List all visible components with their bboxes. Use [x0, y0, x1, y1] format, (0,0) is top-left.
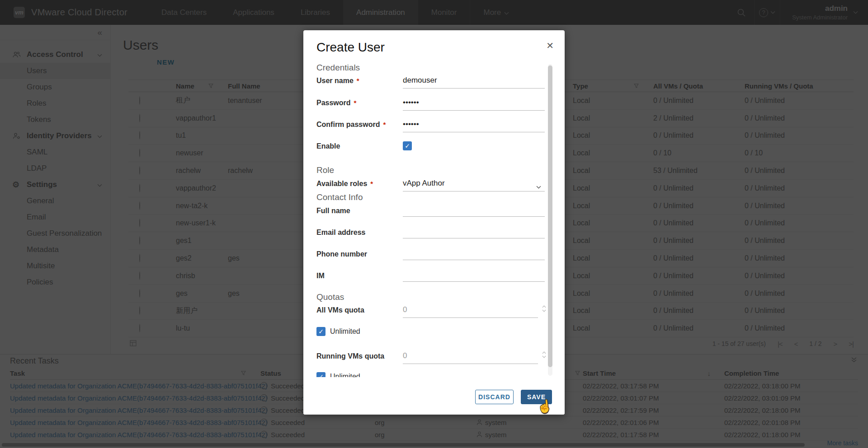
- required-marker: *: [357, 77, 359, 84]
- field-enable: Enable ✓: [316, 141, 412, 150]
- number-stepper[interactable]: [542, 351, 546, 358]
- field-unlimited-all: ✓Unlimited: [316, 327, 360, 336]
- unlimited-checkbox[interactable]: ✓: [316, 327, 326, 336]
- phone-input[interactable]: [403, 249, 545, 260]
- section-role: Role: [316, 165, 334, 175]
- unlimited-label: Unlimited: [330, 327, 360, 336]
- field-im: IM: [316, 271, 545, 282]
- create-user-modal: Create User ✕ Credentials User name* dem…: [303, 30, 565, 415]
- field-running-vms-quota: Running VMs quota 0: [316, 351, 538, 364]
- im-label: IM: [316, 271, 403, 280]
- all-vms-quota-input[interactable]: 0: [403, 305, 538, 318]
- full-name-label: Full name: [316, 206, 403, 215]
- quota-value: 0: [403, 305, 407, 314]
- field-email: Email address: [316, 228, 545, 238]
- modal-scrollbar-track: [548, 64, 552, 376]
- selected-role: vApp Author: [403, 179, 445, 187]
- field-all-vms-quota: All VMs quota 0: [316, 305, 538, 318]
- email-input[interactable]: [403, 228, 545, 238]
- enable-label: Enable: [316, 141, 403, 150]
- phone-label: Phone number: [316, 249, 403, 258]
- section-credentials: Credentials: [316, 63, 360, 73]
- field-username: User name* demouser: [316, 76, 545, 89]
- section-contact-info: Contact Info: [316, 192, 363, 202]
- confirm-password-input[interactable]: ••••••: [403, 120, 545, 132]
- modal-title: Create User: [316, 40, 385, 55]
- chevron-down-icon: [536, 182, 541, 191]
- number-stepper[interactable]: [542, 305, 546, 312]
- running-vms-quota-label: Running VMs quota: [316, 351, 403, 360]
- save-button[interactable]: SAVE: [521, 390, 552, 404]
- required-marker: *: [370, 180, 373, 187]
- im-input[interactable]: [403, 271, 545, 282]
- section-quotas: Quotas: [316, 292, 344, 302]
- confirm-password-label: Confirm password: [316, 121, 380, 128]
- enable-checkbox[interactable]: ✓: [403, 141, 412, 150]
- all-vms-quota-label: All VMs quota: [316, 305, 403, 314]
- modal-scrollbar-thumb[interactable]: [548, 65, 552, 367]
- field-full-name: Full name: [316, 206, 545, 217]
- running-vms-quota-input[interactable]: 0: [403, 351, 538, 364]
- modal-footer: DISCARD SAVE: [303, 377, 565, 415]
- field-confirm-password: Confirm password* ••••••: [316, 120, 545, 132]
- password-input[interactable]: ••••••: [403, 98, 545, 111]
- discard-button[interactable]: DISCARD: [475, 390, 514, 404]
- field-password: Password* ••••••: [316, 98, 545, 111]
- required-marker: *: [383, 121, 386, 128]
- available-roles-label: Available roles: [316, 180, 367, 187]
- password-label: Password: [316, 99, 351, 107]
- field-available-roles: Available roles* vApp Author: [316, 179, 545, 191]
- quota-value: 0: [403, 351, 407, 360]
- field-phone: Phone number: [316, 249, 545, 260]
- username-label: User name: [316, 77, 354, 84]
- username-input[interactable]: demouser: [403, 76, 545, 89]
- full-name-input[interactable]: [403, 206, 545, 217]
- close-icon[interactable]: ✕: [546, 40, 554, 51]
- email-label: Email address: [316, 228, 403, 237]
- available-roles-select[interactable]: vApp Author: [403, 179, 545, 191]
- required-marker: *: [354, 99, 357, 107]
